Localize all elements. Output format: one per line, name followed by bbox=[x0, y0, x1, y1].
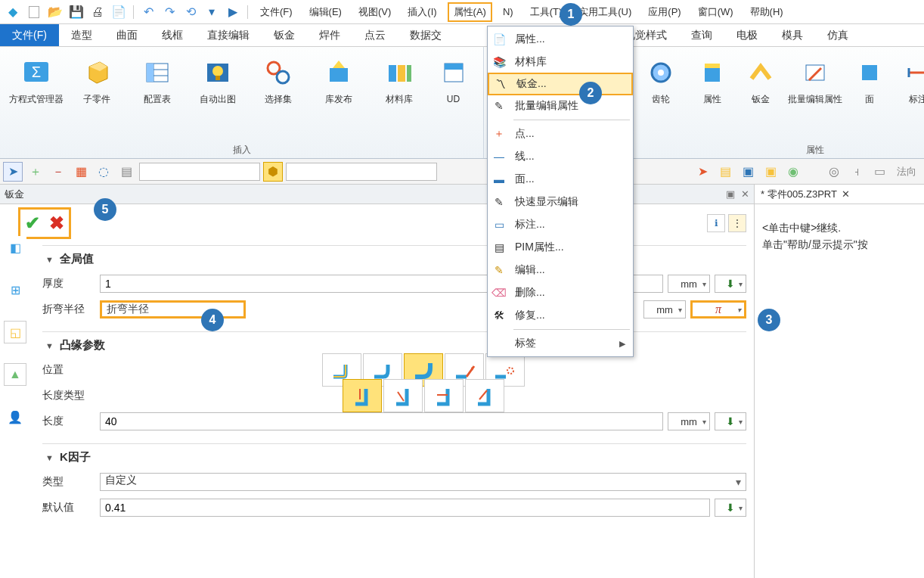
ribbon-tab-direct[interactable]: 直接编辑 bbox=[195, 24, 262, 46]
info-icon[interactable]: ℹ bbox=[707, 214, 725, 232]
ribbon-tab-file[interactable]: 文件(F) bbox=[0, 24, 59, 46]
ribbon-tab-sim[interactable]: 仿真 bbox=[815, 24, 860, 46]
ribbon-tab-weld[interactable]: 焊件 bbox=[307, 24, 352, 46]
annot-button[interactable]: 标注 bbox=[897, 50, 924, 104]
lentype-opt-4[interactable] bbox=[465, 379, 504, 412]
view1-icon[interactable]: ▣ bbox=[738, 162, 758, 182]
menu-attributes[interactable]: 属性(A) bbox=[448, 2, 492, 22]
ribbon-tab-mold[interactable]: 模具 bbox=[770, 24, 815, 46]
section-k-factor[interactable]: K因子 bbox=[42, 443, 746, 469]
undo-icon[interactable]: ↶ bbox=[140, 4, 157, 20]
face-button[interactable]: 面 bbox=[848, 50, 891, 104]
print-preview-icon[interactable]: 📄 bbox=[110, 4, 127, 20]
menu-item-face[interactable]: ▬面... bbox=[488, 168, 633, 191]
ribbon-tab-electrode[interactable]: 电极 bbox=[724, 24, 770, 46]
menu-item-delete[interactable]: ⌫删除... bbox=[488, 281, 633, 304]
menu-item-line[interactable]: ―线... bbox=[488, 145, 633, 168]
marquee-dotted-icon[interactable]: ◌ bbox=[94, 162, 113, 182]
ribbon-tab-surface[interactable]: 曲面 bbox=[104, 24, 150, 46]
options-icon[interactable]: ⋮ bbox=[728, 214, 746, 232]
length-unit[interactable]: mm bbox=[668, 412, 710, 430]
side-image-icon[interactable]: ▲ bbox=[4, 363, 26, 386]
menu-window[interactable]: 窗口(W) bbox=[692, 2, 740, 22]
marquee-icon[interactable]: ▦ bbox=[71, 162, 91, 182]
rect-icon[interactable]: ▭ bbox=[870, 162, 889, 182]
layers-icon[interactable]: ▤ bbox=[715, 162, 735, 182]
menu-utilities[interactable]: 实用工具(U) bbox=[572, 2, 637, 22]
filter-combo-2[interactable] bbox=[286, 163, 437, 181]
menu-item-material-lib[interactable]: 📚材料库 bbox=[488, 51, 633, 73]
k-type-select[interactable]: 自定义 ▾ bbox=[100, 473, 746, 491]
new-icon[interactable] bbox=[26, 4, 42, 20]
menu-help[interactable]: 帮助(H) bbox=[744, 2, 789, 22]
dropdown-icon[interactable]: ▾ bbox=[203, 4, 220, 20]
cursor-tool-icon[interactable]: ➤ bbox=[3, 162, 23, 182]
lentype-opt-3[interactable] bbox=[424, 379, 464, 412]
bend-radius-unit[interactable]: mm bbox=[643, 300, 686, 319]
ribbon-tab-query[interactable]: 查询 bbox=[679, 24, 724, 46]
document-tab-title[interactable]: * 零件005.Z3PRT bbox=[761, 188, 837, 201]
save-icon[interactable]: 💾 bbox=[68, 4, 85, 20]
menu-partial-n[interactable]: N) bbox=[497, 3, 519, 20]
ok-icon[interactable]: ✔ bbox=[25, 213, 40, 234]
ribbon-tab-wire[interactable]: 线框 bbox=[150, 24, 195, 46]
menu-item-sheetmetal[interactable]: 〽钣金... bbox=[488, 73, 633, 95]
arrow-tool-icon[interactable]: ➤ bbox=[693, 162, 712, 182]
batch-edit-button[interactable]: 批量编辑属性 bbox=[788, 50, 842, 104]
view3-icon[interactable]: ◉ bbox=[783, 162, 803, 182]
gear-button[interactable]: 齿轮 bbox=[640, 50, 682, 104]
refresh-icon[interactable]: ⟲ bbox=[182, 4, 199, 20]
menu-apps[interactable]: 应用(P) bbox=[642, 2, 687, 22]
package-icon[interactable]: ⬢ bbox=[263, 162, 283, 182]
ribbon-tab-dataex[interactable]: 数据交 bbox=[398, 24, 454, 46]
config-table-button[interactable]: 配置表 bbox=[130, 50, 184, 104]
bend-radius-input[interactable] bbox=[100, 300, 246, 319]
menu-insert[interactable]: 插入(I) bbox=[402, 2, 442, 22]
k-default-input[interactable] bbox=[100, 499, 710, 517]
menu-item-quick-display[interactable]: ✎快速显示编辑 bbox=[488, 191, 633, 213]
publish-lib-button[interactable]: 库发布 bbox=[312, 50, 366, 104]
menu-item-tags[interactable]: 标签▶ bbox=[488, 332, 633, 355]
menu-file[interactable]: 文件(F) bbox=[254, 2, 299, 22]
caliper-icon[interactable]: ⫞ bbox=[847, 162, 867, 182]
ribbon-tab-pointcloud[interactable]: 点云 bbox=[352, 24, 398, 46]
panel-restore-icon[interactable]: ▣ bbox=[726, 188, 735, 200]
menu-item-repair[interactable]: 🛠修复... bbox=[488, 304, 633, 327]
ribbon-tab-shape[interactable]: 造型 bbox=[59, 24, 104, 46]
select-set-button[interactable]: 选择集 bbox=[251, 50, 305, 104]
menu-item-edit[interactable]: ✎编辑... bbox=[488, 259, 633, 281]
side-cube-icon[interactable]: ◧ bbox=[4, 236, 26, 259]
filter-combo[interactable] bbox=[139, 163, 260, 181]
menu-item-batch-edit[interactable]: ✎批量编辑属性 bbox=[488, 95, 633, 117]
menu-view[interactable]: 视图(V) bbox=[352, 2, 397, 22]
attr-button[interactable]: 属性 bbox=[691, 50, 733, 104]
k-default-menu-icon[interactable]: ⬇ bbox=[715, 499, 746, 517]
equation-manager-button[interactable]: Σ 方程式管理器 bbox=[9, 50, 64, 104]
menu-edit[interactable]: 编辑(E) bbox=[303, 2, 348, 22]
side-box-icon[interactable]: ◱ bbox=[4, 321, 26, 343]
auto-draw-button[interactable]: 自动出图 bbox=[191, 50, 245, 104]
section-global-values[interactable]: 全局值 bbox=[42, 245, 746, 271]
filter-icon[interactable]: ▤ bbox=[116, 162, 136, 182]
minus-icon[interactable]: － bbox=[48, 162, 68, 182]
play-icon[interactable]: ▶ bbox=[225, 4, 241, 20]
material-lib-button[interactable]: 材料库 bbox=[372, 50, 426, 104]
ud-button[interactable]: UD bbox=[433, 50, 475, 104]
print-icon[interactable]: 🖨 bbox=[89, 4, 106, 20]
sheetmetal-button[interactable]: 钣金 bbox=[740, 50, 782, 104]
lentype-opt-1[interactable] bbox=[343, 379, 382, 412]
open-icon[interactable]: 📂 bbox=[47, 4, 64, 20]
menu-item-pim[interactable]: ▤PIM属性... bbox=[488, 236, 633, 259]
ribbon-tab-sheetmetal[interactable]: 钣金 bbox=[262, 24, 307, 46]
menu-item-annotation[interactable]: ▭标注... bbox=[488, 213, 633, 236]
lentype-opt-2[interactable] bbox=[383, 379, 423, 412]
panel-close-icon[interactable]: ✕ bbox=[741, 188, 749, 200]
side-user-icon[interactable]: 👤 bbox=[4, 406, 26, 428]
cancel-icon[interactable]: ✖ bbox=[49, 213, 64, 234]
menu-item-point[interactable]: ＋点... bbox=[488, 123, 633, 145]
add-icon[interactable]: ＋ bbox=[26, 162, 45, 182]
document-tab-close-icon[interactable]: ✕ bbox=[842, 188, 850, 200]
length-menu-icon[interactable]: ⬇ bbox=[715, 412, 746, 430]
redo-icon[interactable]: ↷ bbox=[161, 4, 178, 20]
length-input[interactable] bbox=[100, 412, 663, 430]
